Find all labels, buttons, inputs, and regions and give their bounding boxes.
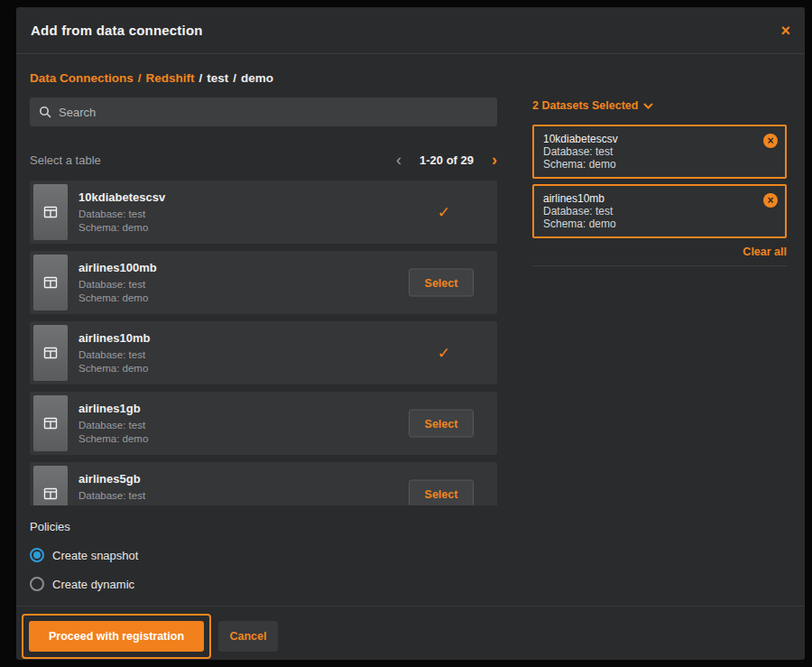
- select-button[interactable]: Select: [409, 410, 474, 438]
- table-list: 10kdiabetescsv Database: test Schema: de…: [30, 181, 497, 505]
- add-from-data-connection-modal: Add from data connection × Data Connecti…: [16, 7, 805, 660]
- radio-checked-icon[interactable]: [30, 548, 44, 562]
- table-icon: [33, 395, 68, 451]
- chevron-down-icon: [643, 103, 653, 109]
- remove-icon[interactable]: ×: [763, 134, 778, 148]
- pagination-range: 1-20 of 29: [420, 153, 474, 167]
- table-row[interactable]: airlines10mb Database: test Schema: demo…: [30, 321, 497, 384]
- selected-dataset-text: airlines10mb Database: test Schema: demo: [543, 192, 776, 230]
- table-icon: [33, 255, 68, 310]
- select-button[interactable]: Select: [409, 480, 474, 506]
- table-row-text: 10kdiabetescsv Database: test Schema: de…: [78, 190, 165, 235]
- selected-dataset-text: 10kdiabetescsv Database: test Schema: de…: [543, 133, 776, 171]
- breadcrumb-link-redshift[interactable]: Redshift: [146, 71, 195, 85]
- select-table-label: Select a table: [30, 153, 101, 167]
- policies-section: Policies Create snapshot Create dynamic: [30, 520, 138, 604]
- select-button[interactable]: Select: [409, 269, 474, 297]
- search-input[interactable]: [59, 106, 488, 119]
- cancel-button[interactable]: Cancel: [218, 621, 278, 652]
- search-icon: [39, 106, 51, 118]
- table-row-text: airlines100mb Database: test Schema: dem…: [78, 261, 157, 305]
- selected-dataset-database: Database: test: [543, 205, 776, 218]
- selected-dataset-name: 10kdiabetescsv: [543, 133, 776, 145]
- search-bar: [30, 97, 497, 126]
- breadcrumb-segment-test: test: [207, 71, 228, 85]
- table-database: Database: test: [78, 489, 148, 503]
- modal-header: Add from data connection ×: [16, 7, 805, 54]
- table-row[interactable]: 10kdiabetescsv Database: test Schema: de…: [30, 181, 497, 244]
- table-schema: Schema: demo: [78, 503, 148, 505]
- table-row[interactable]: airlines1gb Database: test Schema: demo …: [30, 392, 497, 455]
- selected-dataset-card: 10kdiabetescsv Database: test Schema: de…: [532, 125, 787, 179]
- table-schema: Schema: demo: [78, 221, 165, 235]
- radio-label: Create dynamic: [52, 578, 134, 591]
- table-schema: Schema: demo: [78, 362, 151, 375]
- table-name: airlines10mb: [78, 331, 151, 345]
- radio-create-dynamic[interactable]: Create dynamic: [30, 575, 138, 593]
- proceed-focus-outline: Proceed with registration: [22, 614, 211, 659]
- table-icon: [33, 325, 68, 381]
- breadcrumb-separator: /: [233, 71, 236, 85]
- table-database: Database: test: [78, 278, 157, 292]
- radio-label: Create snapshot: [52, 549, 138, 562]
- pagination-prev-icon[interactable]: ‹: [396, 152, 401, 168]
- pagination-next-icon[interactable]: ›: [492, 152, 497, 168]
- table-database: Database: test: [78, 208, 165, 221]
- table-name: 10kdiabetescsv: [78, 190, 165, 204]
- table-row-text: airlines5gb Database: test Schema: demo: [78, 472, 148, 505]
- footer-divider: [16, 606, 805, 607]
- table-database: Database: test: [78, 419, 148, 432]
- check-icon: ✓: [438, 203, 450, 222]
- breadcrumb: Data Connections/Redshift/test/demo: [30, 71, 273, 85]
- remove-icon[interactable]: ×: [763, 193, 778, 208]
- policies-label: Policies: [30, 520, 138, 533]
- selected-dataset-schema: Schema: demo: [543, 218, 776, 230]
- pagination: ‹ 1-20 of 29 ›: [396, 152, 497, 168]
- selected-dataset-card: airlines10mb Database: test Schema: demo…: [532, 184, 787, 238]
- proceed-button[interactable]: Proceed with registration: [29, 621, 204, 652]
- table-row[interactable]: airlines5gb Database: test Schema: demo …: [30, 462, 497, 505]
- table-row[interactable]: airlines100mb Database: test Schema: dem…: [30, 251, 497, 314]
- table-name: airlines100mb: [78, 261, 157, 274]
- panel-divider: [532, 265, 787, 266]
- table-row-text: airlines10mb Database: test Schema: demo: [78, 331, 151, 375]
- clear-all-link[interactable]: Clear all: [532, 245, 787, 258]
- selected-dataset-database: Database: test: [543, 145, 776, 158]
- selected-datasets-header[interactable]: 2 Datasets Selected: [532, 99, 787, 112]
- selected-datasets-panel: 2 Datasets Selected 10kdiabetescsv Datab…: [532, 99, 787, 266]
- screen: Add from data connection × Data Connecti…: [0, 0, 812, 667]
- selected-count-label: 2 Datasets Selected: [532, 99, 638, 112]
- breadcrumb-link-data-connections[interactable]: Data Connections: [30, 71, 134, 85]
- selected-dataset-name: airlines10mb: [543, 192, 776, 205]
- table-database: Database: test: [78, 348, 151, 362]
- table-name: airlines5gb: [78, 472, 148, 486]
- check-icon: ✓: [438, 344, 450, 363]
- breadcrumb-segment-demo: demo: [241, 71, 273, 85]
- table-schema: Schema: demo: [78, 292, 157, 305]
- table-row-text: airlines1gb Database: test Schema: demo: [78, 402, 148, 446]
- breadcrumb-separator: /: [199, 71, 203, 85]
- table-icon: [33, 184, 68, 240]
- table-schema: Schema: demo: [78, 432, 148, 446]
- table-name: airlines1gb: [78, 402, 148, 415]
- close-icon[interactable]: ×: [780, 23, 790, 39]
- radio-create-snapshot[interactable]: Create snapshot: [30, 546, 138, 564]
- breadcrumb-separator: /: [138, 71, 142, 85]
- table-icon: [33, 466, 68, 505]
- selected-dataset-schema: Schema: demo: [543, 158, 776, 171]
- radio-unchecked-icon[interactable]: [30, 577, 44, 591]
- table-list-header: Select a table ‹ 1-20 of 29 ›: [30, 152, 497, 168]
- modal-title: Add from data connection: [31, 23, 203, 38]
